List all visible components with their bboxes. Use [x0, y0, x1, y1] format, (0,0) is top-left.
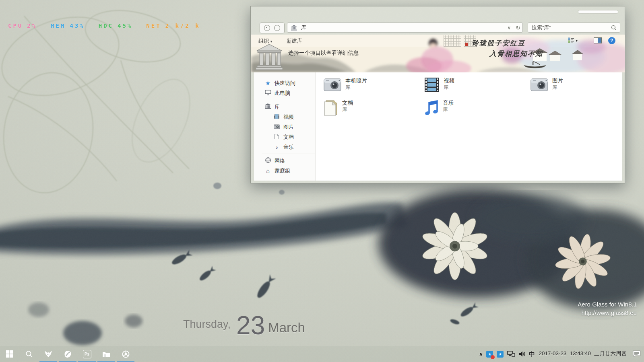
camera-icon	[530, 77, 548, 92]
tray-expand-icon[interactable]: ∧	[479, 351, 483, 357]
taskbar-photoshop-button[interactable]: Ps	[77, 346, 97, 362]
pictures-camera-icon	[273, 124, 280, 130]
sidebar-item-libraries[interactable]: 库	[254, 102, 315, 112]
library-item-videos[interactable]: 视频 库	[424, 77, 454, 93]
item-type: 库	[345, 84, 367, 90]
view-caret-icon: ▾	[576, 39, 578, 43]
search-icon	[611, 25, 617, 31]
search-placeholder: 搜索"库"	[532, 24, 611, 31]
change-view-button[interactable]: ▾	[568, 37, 578, 43]
search-icon	[25, 350, 33, 358]
tray-lunar-date: 二月廿六周四	[594, 350, 627, 358]
tray-sync-app-icon[interactable]: *	[486, 351, 493, 358]
watermark-line1: Aero Glass for Win8.1	[578, 300, 637, 309]
folder-icon	[102, 351, 110, 358]
windows-logo-icon	[6, 350, 13, 358]
hdc-value: 45%	[118, 23, 132, 29]
videos-film-icon	[273, 114, 280, 120]
date-widget: Thursday, 23 March	[183, 315, 305, 336]
item-name: 图片	[552, 77, 563, 84]
red-minus-badge	[491, 355, 495, 359]
system-tray: ∧ * * 中	[479, 346, 641, 362]
taskbar-foobar2000-button[interactable]	[39, 346, 58, 362]
address-bar[interactable]: 库 ∨ ↻	[287, 23, 523, 33]
window-caption-control[interactable]	[578, 10, 618, 13]
sidebar-item-homegroup[interactable]: ⌂ 家庭组	[254, 166, 315, 176]
film-icon	[424, 77, 440, 93]
ime-indicator[interactable]: 中	[529, 350, 535, 358]
sidebar-item-this-pc[interactable]: 此电脑	[254, 88, 315, 98]
view-list-icon	[568, 37, 574, 43]
explorer-main: ★ 快速访问 此电脑 库	[254, 72, 622, 181]
tray-clock[interactable]: 2017-03-23 13:43:40 二月廿六周四	[539, 350, 627, 358]
tray-time: 13:43:40	[570, 350, 591, 358]
documents-page-icon	[273, 134, 280, 140]
help-button[interactable]: ?	[608, 37, 615, 44]
organize-button[interactable]: 组织 ▾	[258, 37, 272, 45]
forward-button[interactable]	[274, 25, 280, 31]
library-item-documents[interactable]: 文档 库	[324, 99, 353, 116]
network-icon[interactable]	[507, 351, 515, 357]
foobar2000-fox-icon	[44, 350, 52, 358]
sidebar-item-documents[interactable]: 文档	[254, 132, 315, 142]
item-type: 库	[443, 106, 454, 113]
library-item-camera-roll[interactable]: 本机照片 库	[324, 77, 367, 92]
network-globe-icon	[264, 157, 271, 164]
sidebar-label: 文档	[283, 134, 294, 141]
hdc-stat: HDC 45%	[99, 23, 133, 29]
command-bar: 组织 ▾ 新建库 ▾	[251, 36, 625, 46]
sidebar-separator	[262, 100, 315, 100]
library-bank-icon	[291, 25, 297, 31]
library-item-pictures[interactable]: 图片 库	[530, 77, 563, 92]
asterisk-glyph: *	[499, 352, 502, 358]
search-box[interactable]: 搜索"库"	[528, 23, 620, 33]
this-pc-monitor-icon	[264, 90, 271, 97]
action-center-icon[interactable]	[633, 350, 641, 358]
sidebar-item-videos[interactable]: 视频	[254, 112, 315, 122]
date-day: 23	[236, 315, 265, 336]
cpu-stat: CPU 2%	[8, 23, 37, 29]
file-list-area: 本机照片 库 视频 库	[316, 72, 622, 181]
start-button[interactable]	[0, 346, 19, 362]
mem-label: MEM	[51, 23, 66, 29]
sidebar-item-pictures[interactable]: 图片	[254, 122, 315, 132]
date-month: March	[268, 320, 305, 336]
document-icon	[324, 99, 338, 116]
libraries-banner-icon	[256, 44, 283, 72]
taskbar-file-explorer-button[interactable]	[97, 346, 116, 362]
back-button[interactable]	[264, 25, 270, 31]
taskbar-search-button[interactable]	[19, 346, 39, 362]
sidebar-item-music[interactable]: ♪ 音乐	[254, 142, 315, 152]
tray-star-app-icon[interactable]: *	[497, 351, 504, 358]
preview-pane-icon	[594, 37, 602, 43]
volume-icon[interactable]	[519, 351, 525, 357]
organize-caret-icon: ▾	[270, 39, 272, 43]
item-type: 库	[444, 84, 454, 90]
new-library-button[interactable]: 新建库	[287, 37, 302, 45]
refresh-icon[interactable]: ↻	[514, 25, 522, 31]
aero-glass-watermark: Aero Glass for Win8.1 http://www.glass8.…	[578, 300, 637, 317]
taskbar-apps: Ps	[0, 346, 135, 362]
sidebar-label: 此电脑	[275, 90, 290, 97]
net-label: NET	[146, 23, 161, 29]
sidebar-item-quick-access[interactable]: ★ 快速访问	[254, 78, 315, 88]
poem-line-1: 玲珑骰子安红豆	[472, 39, 525, 48]
library-item-music[interactable]: 音乐 库	[424, 99, 454, 116]
cpu-label: CPU	[8, 23, 23, 29]
item-name: 本机照片	[345, 77, 367, 84]
tray-date: 2017-03-23	[539, 350, 566, 358]
nav-buttons	[260, 23, 285, 33]
address-dropdown-icon[interactable]: ∨	[505, 25, 514, 31]
item-name: 文档	[342, 99, 353, 106]
quick-access-star-icon: ★	[264, 80, 271, 87]
navigation-pane: ★ 快速访问 此电脑 库	[254, 72, 315, 181]
taskbar-pick-app-button[interactable]	[58, 346, 77, 362]
sidebar-item-network[interactable]: 网络	[254, 156, 315, 166]
sidebar-label: 视频	[283, 113, 294, 121]
watermark-line2: http://www.glass8.eu	[578, 309, 637, 317]
preview-pane-button[interactable]	[594, 37, 602, 45]
photoshop-ps-label: Ps	[85, 352, 89, 356]
calligraphy-columns-decor	[444, 35, 461, 47]
taskbar-chrome-button[interactable]	[116, 346, 135, 362]
homegroup-house-icon: ⌂	[264, 167, 271, 174]
